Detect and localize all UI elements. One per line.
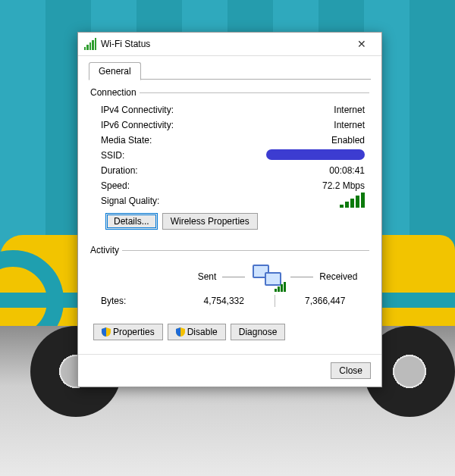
duration-label: Duration:: [101, 165, 215, 176]
connection-group: Connection IPv4 Connectivity: Internet I…: [90, 87, 369, 237]
ipv4-label: IPv4 Connectivity:: [101, 105, 215, 115]
separator-icon: [275, 295, 275, 307]
bytes-label: Bytes:: [101, 296, 184, 306]
row-signal-quality: Signal Quality:: [101, 193, 365, 208]
admin-buttons: Properties Disable Diagnose: [93, 324, 371, 340]
ipv6-label: IPv6 Connectivity:: [101, 120, 215, 130]
bytes-received-value: 7,366,447: [286, 296, 366, 306]
row-speed: Speed: 72.2 Mbps: [101, 178, 365, 193]
ssid-label: SSID:: [101, 150, 215, 161]
ssid-value: [215, 149, 365, 162]
tab-strip: General: [89, 62, 371, 80]
window-title: Wi-Fi Status: [101, 39, 345, 49]
media-state-value: Enabled: [215, 135, 365, 146]
network-activity-icon: [251, 263, 284, 290]
ssid-redacted-icon: [266, 149, 365, 160]
shield-icon: [176, 327, 185, 337]
row-bytes: Bytes: 4,754,332 7,366,447: [101, 293, 365, 308]
ipv4-value: Internet: [215, 105, 365, 115]
duration-value: 00:08:41: [215, 165, 365, 176]
signal-bars-icon: [340, 193, 365, 208]
row-media-state: Media State: Enabled: [101, 133, 365, 148]
row-ipv6: IPv6 Connectivity: Internet: [101, 117, 365, 133]
desktop-background: Wi-Fi Status ✕ General Connection IPv4 C…: [0, 0, 455, 476]
speed-label: Speed:: [101, 180, 215, 191]
properties-button-label: Properties: [113, 324, 155, 340]
details-button[interactable]: Details...: [105, 213, 158, 230]
divider-icon: [290, 277, 313, 277]
wifi-status-dialog: Wi-Fi Status ✕ General Connection IPv4 C…: [77, 32, 382, 387]
connection-legend: Connection: [90, 87, 140, 98]
row-ipv4: IPv4 Connectivity: Internet: [101, 102, 365, 117]
activity-header: Sent Received: [101, 263, 365, 290]
titlebar[interactable]: Wi-Fi Status ✕: [78, 33, 381, 56]
tab-general[interactable]: General: [89, 62, 141, 80]
connection-buttons: Details... Wireless Properties: [105, 213, 365, 230]
diagnose-button[interactable]: Diagnose: [231, 324, 286, 340]
divider-icon: [222, 277, 245, 277]
wifi-signal-icon: [84, 38, 96, 50]
media-state-label: Media State:: [101, 135, 215, 146]
bytes-sent-value: 4,754,332: [184, 296, 264, 306]
signal-quality-label: Signal Quality:: [101, 196, 215, 206]
speed-value: 72.2 Mbps: [215, 180, 365, 191]
disable-button[interactable]: Disable: [168, 324, 226, 340]
sent-label: Sent: [198, 271, 217, 282]
activity-group: Activity Sent Received Bytes: 4,754,332: [90, 245, 369, 316]
close-button[interactable]: Close: [331, 362, 371, 379]
signal-quality-value: [215, 193, 365, 210]
wireless-properties-button[interactable]: Wireless Properties: [162, 213, 258, 230]
row-duration: Duration: 00:08:41: [101, 163, 365, 178]
activity-legend: Activity: [90, 245, 122, 255]
received-label: Received: [319, 271, 357, 282]
properties-button[interactable]: Properties: [93, 324, 163, 340]
dialog-body: General Connection IPv4 Connectivity: In…: [78, 56, 381, 349]
ipv6-value: Internet: [215, 120, 365, 130]
shield-icon: [102, 327, 111, 337]
row-ssid: SSID:: [101, 148, 365, 163]
dialog-footer: Close: [78, 354, 381, 387]
disable-button-label: Disable: [187, 324, 218, 340]
close-icon[interactable]: ✕: [345, 36, 378, 52]
